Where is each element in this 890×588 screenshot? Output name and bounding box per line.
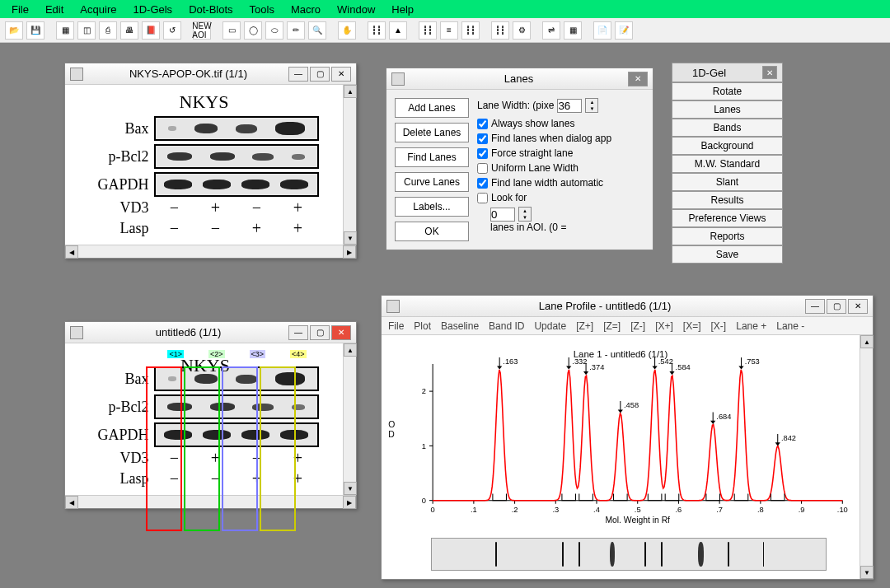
- toolbar-btn-10[interactable]: ◯: [244, 21, 262, 40]
- checkbox-row[interactable]: Uniform Lane Width: [477, 162, 644, 174]
- lookfor-input[interactable]: [490, 208, 515, 222]
- toolbar-btn-25[interactable]: 📝: [615, 21, 633, 40]
- toolbar-btn-13[interactable]: 🔍: [308, 21, 326, 40]
- checkbox-row[interactable]: Look for: [477, 192, 644, 203]
- maximize-button[interactable]: ▢: [827, 299, 846, 314]
- close-button[interactable]: ✕: [331, 325, 351, 340]
- panel-close-button[interactable]: ✕: [762, 66, 777, 79]
- minimize-button[interactable]: —: [805, 299, 825, 314]
- minimize-button[interactable]: —: [288, 67, 308, 82]
- profile-menu-item[interactable]: Lane +: [736, 320, 766, 332]
- lanes-btn-labels-[interactable]: Labels...: [395, 197, 469, 217]
- toolbar-btn-2[interactable]: ▦: [56, 21, 74, 40]
- lane-width-spinner[interactable]: ▲▼: [585, 98, 598, 113]
- maximize-button[interactable]: ▢: [310, 67, 330, 82]
- checkbox-row[interactable]: Force straight lane: [477, 147, 644, 159]
- vscroll[interactable]: ▲▼: [860, 335, 873, 579]
- vscroll[interactable]: ▲▼: [343, 85, 356, 245]
- panel-1dgel-header[interactable]: 1D-Gel ✕: [672, 63, 783, 82]
- lane-overlay-3[interactable]: [222, 366, 258, 531]
- toolbar-btn-1[interactable]: 💾: [26, 21, 44, 40]
- toolbar-btn-6[interactable]: 📕: [142, 21, 160, 40]
- profile-menu-item[interactable]: Lane -: [776, 320, 804, 332]
- toolbar-btn-24[interactable]: 📄: [593, 21, 611, 40]
- checkbox[interactable]: [477, 193, 488, 203]
- profile-menu-item[interactable]: File: [388, 320, 404, 332]
- checkbox[interactable]: [477, 133, 488, 144]
- 1dgel-results[interactable]: Results: [672, 191, 783, 209]
- lanes-titlebar[interactable]: Lanes ✕: [386, 68, 653, 90]
- lane-overlay-2[interactable]: [184, 366, 220, 531]
- checkbox[interactable]: [477, 178, 488, 189]
- toolbar-btn-11[interactable]: ⬭: [265, 21, 283, 40]
- checkbox[interactable]: [477, 148, 488, 159]
- toolbar-btn-17[interactable]: ┇┇: [419, 21, 437, 40]
- checkbox[interactable]: [477, 119, 488, 129]
- menu-file[interactable]: File: [3, 2, 37, 17]
- menu-edit[interactable]: Edit: [37, 2, 72, 17]
- menu-macro[interactable]: Macro: [283, 2, 329, 17]
- lanes-btn-delete-lanes[interactable]: Delete Lanes: [395, 123, 469, 142]
- profile-menu-item[interactable]: [Z-]: [630, 320, 645, 332]
- 1dgel-rotate[interactable]: Rotate: [672, 82, 783, 100]
- toolbar-btn-23[interactable]: ▦: [564, 21, 582, 40]
- 1dgel-slant[interactable]: Slant: [672, 173, 783, 191]
- checkbox-row[interactable]: Find lane width automatic: [477, 177, 644, 189]
- checkbox[interactable]: [477, 163, 488, 174]
- toolbar-btn-12[interactable]: ✏: [287, 21, 305, 40]
- menu-help[interactable]: Help: [383, 2, 422, 17]
- titlebar-profile[interactable]: Lane Profile - untitled6 (1/1) — ▢ ✕: [382, 296, 873, 317]
- lanes-btn-ok[interactable]: OK: [395, 222, 469, 241]
- 1dgel-reports[interactable]: Reports: [672, 227, 783, 245]
- toolbar-btn-21[interactable]: ⚙: [513, 21, 531, 40]
- profile-menu-item[interactable]: Band ID: [489, 320, 524, 332]
- 1dgel-lanes[interactable]: Lanes: [672, 100, 783, 119]
- 1dgel-preference-views[interactable]: Preference Views: [672, 209, 783, 227]
- lanes-btn-find-lanes[interactable]: Find Lanes: [395, 147, 469, 167]
- profile-menu-item[interactable]: [X=]: [683, 320, 701, 332]
- close-button[interactable]: ✕: [848, 299, 868, 314]
- lookfor-spinner[interactable]: ▲▼: [518, 207, 532, 222]
- checkbox-row[interactable]: Always show lanes: [477, 118, 644, 129]
- 1dgel-bands[interactable]: Bands: [672, 119, 783, 137]
- vscroll[interactable]: ▲▼: [343, 343, 356, 495]
- toolbar-btn-4[interactable]: ⎙: [99, 21, 117, 40]
- toolbar-btn-22[interactable]: ⇌: [542, 21, 560, 40]
- toolbar-btn-16[interactable]: ▲: [389, 21, 407, 40]
- lanes-close-button[interactable]: ✕: [628, 72, 648, 86]
- profile-menu-item[interactable]: Baseline: [441, 320, 479, 332]
- menu-dot-blots[interactable]: Dot-Blots: [180, 2, 241, 17]
- toolbar-btn-7[interactable]: ↺: [163, 21, 181, 40]
- toolbar-btn-20[interactable]: ┇┇: [491, 21, 509, 40]
- menu-1d-gels[interactable]: 1D-Gels: [124, 2, 180, 17]
- lanes-btn-curve-lanes[interactable]: Curve Lanes: [395, 172, 469, 192]
- 1dgel-save[interactable]: Save: [672, 245, 783, 264]
- hscroll[interactable]: ◀▶: [65, 245, 356, 258]
- 1dgel-m-w-standard[interactable]: M.W. Standard: [672, 155, 783, 173]
- minimize-button[interactable]: —: [288, 325, 308, 340]
- 1dgel-background[interactable]: Background: [672, 137, 783, 155]
- menu-acquire[interactable]: Acquire: [72, 2, 124, 17]
- profile-menu-item[interactable]: Plot: [414, 320, 431, 332]
- toolbar-btn-15[interactable]: ┇┇: [368, 21, 386, 40]
- toolbar-btn-8[interactable]: NEW AOI: [193, 21, 211, 40]
- close-button[interactable]: ✕: [331, 67, 351, 82]
- menu-tools[interactable]: Tools: [241, 2, 283, 17]
- profile-menu-item[interactable]: [Z+]: [576, 320, 593, 332]
- lanes-btn-add-lanes[interactable]: Add Lanes: [395, 98, 469, 118]
- checkbox-row[interactable]: Find lanes when dialog app: [477, 133, 644, 144]
- profile-menu-item[interactable]: Update: [534, 320, 566, 332]
- profile-menu-item[interactable]: [X+]: [655, 320, 673, 332]
- toolbar-btn-18[interactable]: ≡: [440, 21, 458, 40]
- toolbar-btn-3[interactable]: ◫: [77, 21, 96, 40]
- profile-menu-item[interactable]: [X-]: [711, 320, 727, 332]
- toolbar-btn-0[interactable]: 📂: [5, 21, 23, 40]
- lane-overlay-4[interactable]: [260, 366, 296, 531]
- toolbar-btn-9[interactable]: ▭: [222, 21, 241, 40]
- menu-window[interactable]: Window: [329, 2, 383, 17]
- toolbar-btn-14[interactable]: ✋: [338, 21, 356, 40]
- maximize-button[interactable]: ▢: [310, 325, 330, 340]
- toolbar-btn-5[interactable]: 🖶: [120, 21, 138, 40]
- lane-width-input[interactable]: [557, 99, 582, 113]
- profile-menu-item[interactable]: [Z=]: [603, 320, 621, 332]
